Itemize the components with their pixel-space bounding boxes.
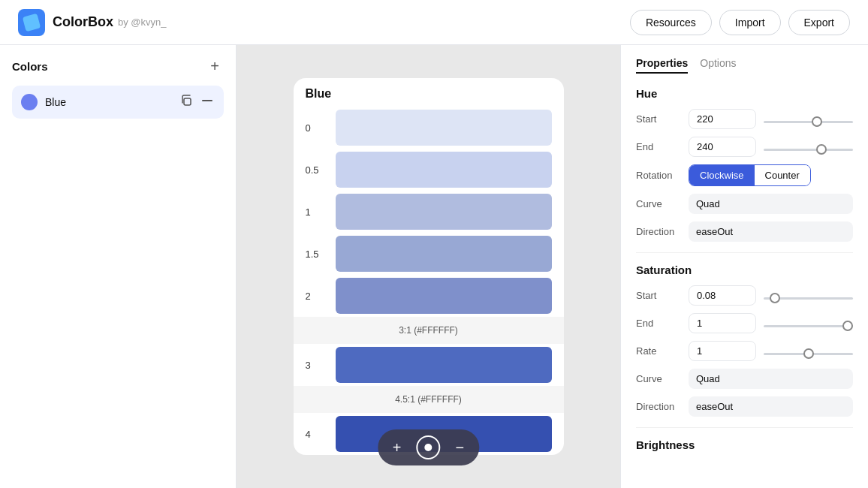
swatch-label-4: 4: [306, 429, 336, 440]
resources-button[interactable]: Resources: [630, 10, 712, 35]
hue-direction-select[interactable]: easeOuteaseIneaseInOut: [689, 221, 853, 242]
hue-end-input[interactable]: [689, 137, 756, 157]
hue-rotation-row: Rotation Clockwise Counter: [636, 164, 853, 186]
swatch-label-2: 2: [306, 291, 336, 302]
app-subtitle: by @kvyn_: [118, 17, 167, 28]
swatch-row-05: 0.5: [294, 149, 564, 191]
sidebar-title: Colors: [12, 60, 48, 73]
hue-end-slider-wrap: [764, 140, 853, 154]
hue-end-label: End: [636, 141, 689, 152]
rotation-counter-button[interactable]: Counter: [755, 165, 810, 185]
sat-direction-row: Direction easeOuteaseIneaseInOut: [636, 396, 853, 417]
swatch-bar-1: [336, 194, 552, 230]
color-actions: [179, 93, 215, 111]
swatch-row-3: 3: [294, 344, 564, 386]
sat-curve-row: Curve QuadLinearCubic: [636, 369, 853, 389]
hue-start-slider[interactable]: [764, 121, 853, 123]
hue-curve-select[interactable]: QuadLinearCubic: [689, 194, 853, 214]
hue-section-title: Hue: [636, 87, 853, 100]
swatch-label-0: 0: [306, 122, 336, 134]
svg-rect-0: [184, 98, 191, 105]
hue-start-input[interactable]: [689, 109, 756, 129]
sidebar: Colors + Blue: [0, 45, 237, 488]
swatch-row-2: 2: [294, 275, 564, 317]
header: ColorBox by @kvyn_ Resources Import Expo…: [0, 0, 868, 45]
sat-rate-label: Rate: [636, 345, 689, 357]
section-divider-2: [636, 427, 853, 428]
main-layout: Colors + Blue Blue: [0, 45, 868, 488]
palette-title: Blue: [294, 78, 564, 107]
hue-start-row: Start: [636, 109, 853, 129]
sat-curve-label: Curve: [636, 373, 689, 384]
app-logo: [18, 9, 45, 36]
import-button[interactable]: Import: [719, 10, 781, 35]
hue-rotation-label: Rotation: [636, 170, 689, 181]
sat-end-row: End: [636, 313, 853, 333]
zoom-out-button[interactable]: −: [456, 439, 465, 456]
logo-shape: [23, 13, 41, 31]
swatch-bar-2: [336, 278, 552, 314]
palette-container: Blue 0 0.5 1 1.5: [294, 78, 564, 455]
sat-rate-slider[interactable]: [764, 353, 853, 355]
rotation-group: Clockwise Counter: [689, 164, 811, 186]
tab-properties[interactable]: Properties: [636, 57, 688, 74]
contrast-label-3-1: 3:1 (#FFFFFF): [399, 325, 458, 336]
swatch-label-3: 3: [306, 360, 336, 371]
sat-end-input[interactable]: [689, 313, 756, 333]
hue-curve-label: Curve: [636, 198, 689, 209]
sat-rate-row: Rate: [636, 341, 853, 361]
center-dot: [425, 444, 432, 451]
hue-direction-row: Direction easeOuteaseIneaseInOut: [636, 221, 853, 242]
sat-end-slider[interactable]: [764, 325, 853, 327]
sat-start-slider[interactable]: [764, 297, 853, 300]
sat-start-row: Start: [636, 285, 853, 306]
rotation-clockwise-button[interactable]: Clockwise: [689, 165, 755, 185]
swatch-bar-0: [336, 110, 552, 146]
swatch-label-1: 1: [306, 206, 336, 218]
props-tabs: Properties Options: [636, 57, 853, 74]
sat-start-label: Start: [636, 290, 689, 301]
hue-start-slider-wrap: [764, 113, 853, 126]
tab-options[interactable]: Options: [700, 57, 736, 74]
color-swatch-blue: [21, 94, 38, 110]
duplicate-color-button[interactable]: [179, 93, 194, 111]
sat-end-slider-wrap: [764, 317, 853, 330]
swatch-label-15: 1.5: [306, 249, 336, 260]
contrast-label-4-5-1: 4.5:1 (#FFFFFF): [395, 394, 462, 405]
contrast-row-3-1: 3:1 (#FFFFFF): [294, 317, 564, 344]
swatch-row-1: 1: [294, 191, 564, 233]
export-button[interactable]: Export: [788, 10, 850, 35]
color-item-blue[interactable]: Blue: [12, 86, 224, 119]
saturation-section-title: Saturation: [636, 264, 853, 276]
hue-end-row: End: [636, 137, 853, 157]
center-button[interactable]: [417, 435, 441, 459]
canvas: Blue 0 0.5 1 1.5: [237, 45, 620, 488]
swatch-bar-3: [336, 347, 552, 383]
remove-color-button[interactable]: [200, 93, 215, 111]
palette-swatches: 0 0.5 1 1.5: [294, 107, 564, 455]
swatch-bar-15: [336, 236, 552, 272]
app-title: ColorBox: [53, 14, 113, 30]
add-color-button[interactable]: +: [206, 57, 224, 75]
sat-start-slider-wrap: [764, 289, 853, 303]
swatch-row-15: 1.5: [294, 233, 564, 275]
hue-end-slider[interactable]: [764, 149, 853, 151]
brightness-section-title: Brightness: [636, 438, 853, 451]
zoom-in-button[interactable]: +: [393, 439, 402, 456]
hue-start-label: Start: [636, 113, 689, 125]
sat-end-label: End: [636, 318, 689, 329]
sat-curve-select[interactable]: QuadLinearCubic: [689, 369, 853, 389]
sat-direction-label: Direction: [636, 401, 689, 412]
properties-panel: Properties Options Hue Start End Rotatio…: [620, 45, 868, 488]
hue-direction-label: Direction: [636, 226, 689, 237]
sat-direction-select[interactable]: easeOuteaseIneaseInOut: [689, 396, 853, 417]
sat-rate-input[interactable]: [689, 341, 756, 361]
sat-start-input[interactable]: [689, 285, 756, 306]
swatch-bar-05: [336, 152, 552, 188]
sidebar-header: Colors +: [12, 57, 224, 75]
sat-rate-slider-wrap: [764, 345, 853, 358]
section-divider-1: [636, 252, 853, 253]
canvas-toolbar: + −: [378, 429, 479, 465]
swatch-row-0: 0: [294, 107, 564, 149]
color-name-blue: Blue: [45, 96, 179, 108]
